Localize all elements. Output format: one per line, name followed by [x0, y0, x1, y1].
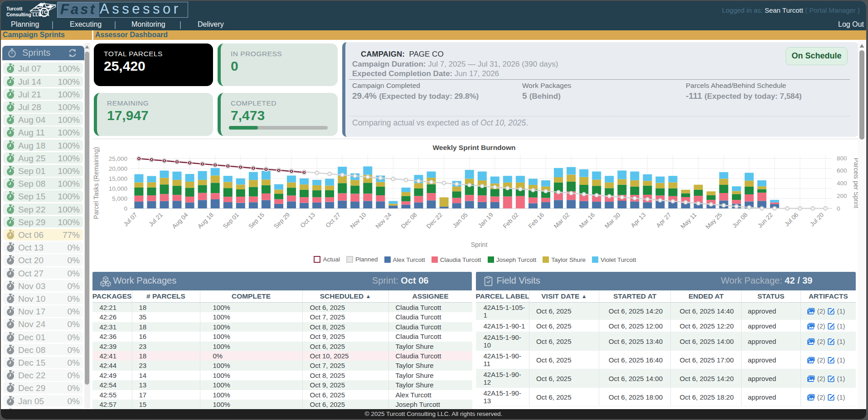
svg-text:May 25: May 25	[704, 212, 723, 231]
svg-text:25,000: 25,000	[109, 155, 127, 162]
svg-text:Mar 02: Mar 02	[553, 212, 571, 230]
svg-text:20,000: 20,000	[109, 165, 127, 172]
svg-text:Feb 02: Feb 02	[502, 212, 520, 230]
svg-text:Nov 10: Nov 10	[349, 212, 368, 230]
svg-text:Feb 16: Feb 16	[527, 212, 545, 230]
svg-text:Apr 13: Apr 13	[630, 212, 647, 229]
svg-text:Sep 29: Sep 29	[272, 212, 291, 230]
svg-text:0: 0	[837, 205, 840, 212]
svg-text:10,000: 10,000	[109, 185, 127, 192]
svg-text:Jul 07: Jul 07	[122, 212, 138, 228]
svg-text:15,000: 15,000	[109, 175, 127, 182]
svg-text:Jun 08: Jun 08	[731, 212, 749, 229]
svg-text:Jul 06: Jul 06	[783, 212, 800, 228]
svg-text:200: 200	[837, 193, 847, 199]
svg-text:0: 0	[124, 205, 127, 212]
svg-text:5,000: 5,000	[112, 195, 127, 202]
svg-text:Sprint: Sprint	[471, 241, 488, 248]
svg-text:Sep 15: Sep 15	[247, 212, 266, 230]
svg-text:Dec 22: Dec 22	[425, 212, 444, 230]
svg-text:Jun 22: Jun 22	[756, 212, 774, 229]
svg-text:Oct 27: Oct 27	[325, 212, 342, 229]
svg-text:600: 600	[837, 167, 847, 174]
svg-text:Aug 18: Aug 18	[196, 212, 215, 230]
svg-text:Mar 30: Mar 30	[603, 212, 621, 230]
svg-text:400: 400	[837, 180, 847, 187]
svg-text:Jan 19: Jan 19	[477, 212, 495, 229]
svg-text:Jul 20: Jul 20	[809, 212, 825, 228]
svg-text:Jul 21: Jul 21	[148, 212, 164, 228]
svg-text:Nov 24: Nov 24	[374, 211, 393, 230]
svg-text:Parcel Tasks (Remaining): Parcel Tasks (Remaining)	[92, 147, 100, 219]
svg-text:Dec 08: Dec 08	[400, 212, 418, 230]
svg-text:Aug 04: Aug 04	[171, 211, 189, 230]
svg-text:Oct 13: Oct 13	[299, 212, 316, 229]
svg-text:Weekly Sprint Burndown: Weekly Sprint Burndown	[432, 144, 515, 151]
svg-text:800: 800	[837, 155, 847, 162]
svg-text:TC: TC	[41, 10, 48, 15]
svg-text:Sep 01: Sep 01	[222, 212, 240, 230]
svg-text:May 11: May 11	[679, 212, 698, 230]
svg-text:Jan 05: Jan 05	[451, 212, 469, 229]
svg-text:Mar 16: Mar 16	[578, 212, 596, 230]
svg-text:Apr 27: Apr 27	[655, 212, 673, 229]
